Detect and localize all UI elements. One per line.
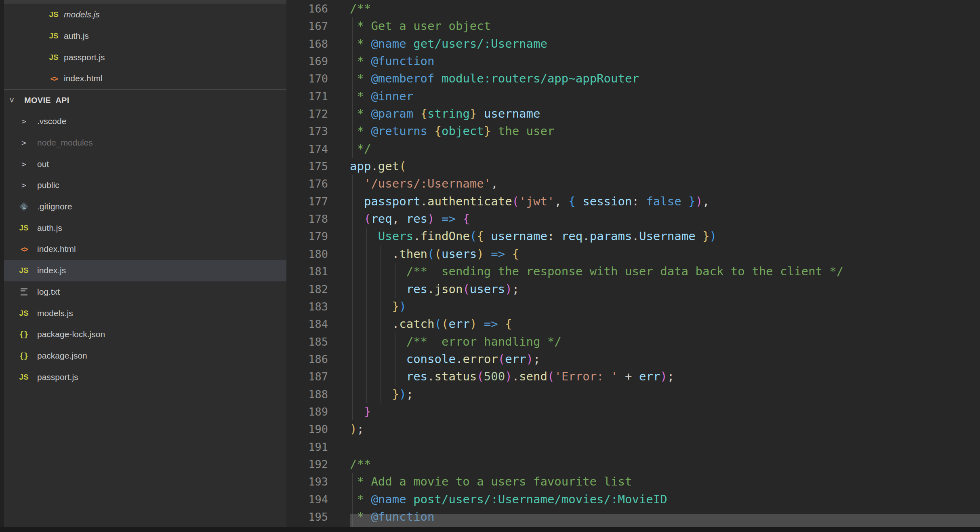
js-file-icon: JS	[49, 53, 58, 62]
code-token: (	[498, 352, 505, 366]
file-label: index.html	[37, 244, 76, 254]
tree-item-log-txt[interactable]: log.txt	[0, 281, 286, 303]
code-token: 500	[484, 369, 505, 383]
code-line-171[interactable]: 171 * @inner	[286, 88, 980, 105]
tree-item-out[interactable]: >out	[0, 153, 286, 175]
code-line-190[interactable]: 190);	[286, 420, 980, 438]
code-line-181[interactable]: 181 /** sending the response with user d…	[286, 263, 980, 280]
open-editor-models-js[interactable]: JSmodels.js	[0, 4, 286, 25]
code-token: {	[421, 107, 427, 120]
indent-guide	[381, 333, 381, 350]
code-token	[350, 335, 406, 348]
code-line-193[interactable]: 193 * Add a movie to a users favourite l…	[286, 473, 980, 490]
line-number: 169	[286, 53, 328, 70]
open-editors-list: JSmodels.jsJSauth.jsJSpassport.js<>index…	[0, 4, 286, 89]
code-token	[350, 352, 406, 366]
indent-guide	[395, 263, 395, 280]
open-editor-index-html[interactable]: <>index.html	[0, 68, 286, 89]
tree-item-package-json[interactable]: {}package.json	[0, 345, 286, 367]
open-editor-passport-js[interactable]: JSpassport.js	[0, 46, 286, 68]
tree-item-package-lock-json[interactable]: {}package-lock.json	[0, 324, 286, 345]
line-number: 170	[286, 70, 328, 87]
code-line-187[interactable]: 187 res.status(500).send('Error: ' + err…	[286, 368, 980, 385]
code-token	[350, 229, 378, 243]
code-line-185[interactable]: 185 /** error handling */	[286, 333, 980, 350]
bottom-edge-bar	[0, 527, 980, 532]
code-token: /**	[350, 2, 371, 15]
code-line-194[interactable]: 194 * @name post/users/:Username/movies/…	[286, 491, 980, 508]
section-header-movie-api[interactable]: > MOVIE_API	[0, 90, 286, 111]
code-token: .	[371, 159, 378, 173]
code-token: =>	[491, 247, 505, 261]
indent-guide	[381, 298, 381, 315]
indent-guide	[352, 350, 353, 368]
code-token: (	[470, 229, 477, 243]
code-line-175[interactable]: 175app.get(	[286, 158, 980, 175]
line-number: 187	[286, 368, 328, 385]
indent-guide	[366, 333, 367, 350]
tree-item--gitignore[interactable]: .gitignore	[0, 196, 286, 217]
code-token: ;	[512, 282, 519, 296]
code-line-186[interactable]: 186 console.error(err);	[286, 350, 980, 368]
code-token: json	[435, 282, 463, 296]
code-token: ,	[392, 212, 406, 226]
code-line-180[interactable]: 180 .then((users) => {	[286, 245, 980, 263]
code-line-166[interactable]: 166/**	[286, 0, 980, 17]
code-editor[interactable]: 166/**167 * Get a user object168 * @name…	[286, 0, 980, 532]
line-number: 178	[286, 210, 328, 228]
code-line-182[interactable]: 182 res.json(users);	[286, 281, 980, 298]
indent-guide	[366, 315, 367, 333]
code-line-176[interactable]: 176 '/users/:Username',	[286, 175, 980, 192]
indent-guide	[352, 298, 353, 315]
tree-item-index-js[interactable]: JSindex.js	[0, 260, 286, 281]
code-line-192[interactable]: 192/**	[286, 456, 980, 473]
code-line-191[interactable]: 191	[286, 438, 980, 456]
code-line-174[interactable]: 174 */	[286, 140, 980, 158]
code-token	[477, 317, 484, 331]
code-token: send	[519, 369, 547, 383]
code-line-179[interactable]: 179 Users.findOne({ username: req.params…	[286, 228, 980, 245]
indent-guide	[395, 333, 395, 350]
tree-item--vscode[interactable]: >.vscode	[0, 111, 286, 132]
tree-item-models-js[interactable]: JSmodels.js	[0, 302, 286, 324]
file-label: passport.js	[64, 53, 105, 62]
code-token: catch	[399, 317, 434, 331]
code-line-168[interactable]: 168 * @name get/users/:Username	[286, 35, 980, 53]
code-token: {	[512, 247, 519, 261]
code-token: (	[399, 159, 406, 173]
code-token: /**	[350, 457, 371, 471]
code-line-173[interactable]: 173 * @returns {object} the user	[286, 122, 980, 140]
tree-item-node-modules[interactable]: >node_modules	[0, 132, 286, 154]
code-line-177[interactable]: 177 passport.authenticate('jwt', { sessi…	[286, 193, 980, 210]
code-line-172[interactable]: 172 * @param {string} username	[286, 105, 980, 122]
tree-item-index-html[interactable]: <>index.html	[0, 239, 286, 260]
code-line-184[interactable]: 184 .catch((err) => {	[286, 315, 980, 333]
code-token: Username	[639, 229, 696, 243]
open-editor-auth-js[interactable]: JSauth.js	[0, 25, 286, 47]
horizontal-scrollbar[interactable]	[350, 514, 980, 527]
code-line-178[interactable]: 178 (req, res) => {	[286, 210, 980, 228]
code-line-189[interactable]: 189 }	[286, 403, 980, 420]
code-token: )	[350, 422, 357, 436]
code-token: username	[484, 107, 540, 120]
code-line-188[interactable]: 188 });	[286, 386, 980, 403]
tree-item-public[interactable]: >public	[0, 175, 286, 196]
line-number: 188	[286, 386, 328, 403]
code-line-167[interactable]: 167 * Get a user object	[286, 17, 980, 35]
tree-item-passport-js[interactable]: JSpassport.js	[0, 366, 286, 388]
tree-item-auth-js[interactable]: JSauth.js	[0, 217, 286, 239]
line-number: 181	[286, 263, 328, 280]
line-number: 195	[286, 508, 328, 526]
git-file-icon	[19, 202, 29, 211]
indent-guide	[395, 281, 395, 298]
code-line-169[interactable]: 169 * @function	[286, 53, 980, 70]
code-token: )	[470, 317, 477, 331]
indent-guide	[381, 315, 381, 333]
code-line-183[interactable]: 183 })	[286, 298, 980, 315]
code-line-170[interactable]: 170 * @memberof module:routers/app~appRo…	[286, 70, 980, 87]
code-token: err	[639, 369, 660, 383]
code-token: users	[470, 282, 505, 296]
indent-guide	[366, 263, 367, 280]
code-token: )	[399, 300, 406, 313]
code-token: (	[442, 317, 448, 331]
